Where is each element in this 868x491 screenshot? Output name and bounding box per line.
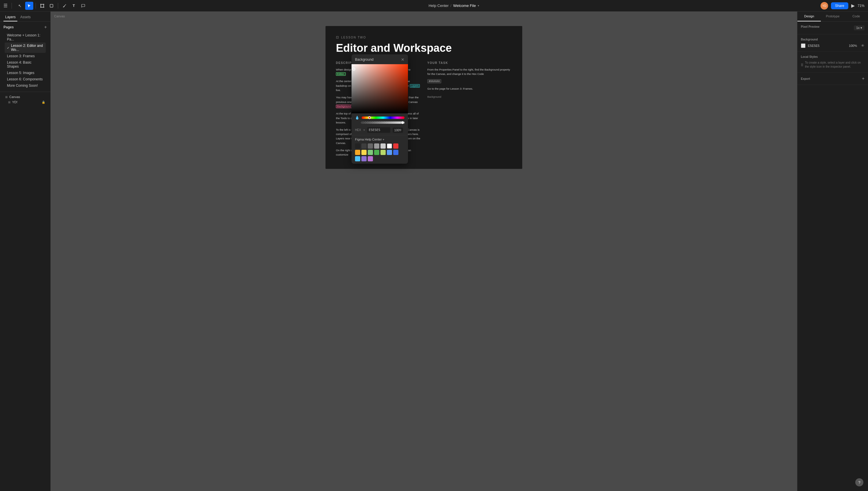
hex-row: HEX ▾ — [352, 126, 408, 135]
play-button[interactable]: ▶ — [851, 3, 855, 8]
opacity-slider[interactable] — [361, 121, 404, 124]
style-dots-icon: ⁞⁞ — [801, 62, 803, 67]
swatch-orange[interactable] — [355, 150, 360, 155]
page-item-2[interactable]: Lesson 3: Frames — [5, 53, 46, 59]
avatar: YD — [820, 2, 828, 9]
frame-tool[interactable] — [38, 2, 46, 10]
swatch-yellow[interactable] — [361, 150, 367, 155]
color-lib-header: Figma Help Center ▾ — [355, 138, 404, 141]
swatch-mid[interactable] — [374, 143, 379, 149]
swatch-blue[interactable] — [387, 150, 392, 155]
tool-group: ↖ T — [16, 2, 87, 10]
breadcrumb-parent[interactable]: Help Center — [428, 3, 448, 8]
hex-label[interactable]: HEX — [355, 128, 361, 132]
gradient-area[interactable] — [352, 64, 408, 113]
picker-close-button[interactable]: ✕ — [401, 57, 404, 62]
background-row: E5E5E5 100% 👁 — [801, 44, 865, 48]
canvas-layer[interactable]: ⊞ Canvas — [3, 94, 47, 99]
task-title: YOUR TASK — [427, 61, 512, 64]
page-item-4[interactable]: Lesson 5: Images — [5, 70, 46, 76]
swatch-light[interactable] — [381, 143, 386, 149]
zoom-level[interactable]: 71% — [858, 4, 865, 8]
pen-tool[interactable] — [60, 2, 68, 10]
color-picker-popup[interactable]: Background ✕ 💧 — [352, 54, 408, 164]
swatch-white[interactable] — [387, 143, 392, 149]
menu-icon[interactable]: ☰ — [3, 3, 7, 8]
right-panel-spacer — [797, 85, 868, 491]
hex-input[interactable] — [367, 127, 390, 133]
swatch-lightgreen[interactable] — [368, 150, 373, 155]
hue-slider-track[interactable] — [362, 117, 404, 119]
pages-section: Pages + Welcome + Lesson 1: Pa... ✓Lesso… — [0, 22, 50, 92]
comment-tool[interactable] — [79, 2, 87, 10]
text-tool[interactable]: T — [70, 2, 78, 10]
export-add-button[interactable]: + — [862, 76, 865, 81]
swatch-gray[interactable] — [368, 143, 373, 149]
canvas-label: Canvas — [54, 15, 65, 18]
tab-code[interactable]: Code — [845, 11, 868, 21]
yd-layer-label: YD! — [12, 100, 17, 104]
export-title: Export — [801, 77, 810, 80]
swatch-dark[interactable] — [361, 143, 367, 149]
tab-assets[interactable]: Assets — [19, 14, 32, 21]
swatch-purple[interactable] — [361, 156, 367, 161]
swatch-black[interactable] — [355, 143, 360, 149]
opacity-thumb[interactable] — [401, 121, 404, 124]
background-swatch[interactable] — [801, 44, 806, 48]
opacity-slider-wrap — [361, 121, 404, 124]
page-item-5[interactable]: Lesson 6: Components — [5, 76, 46, 82]
tool-separator-1 — [11, 3, 12, 9]
breadcrumb-sep: / — [450, 3, 452, 8]
color-library-name: Figma Help Center — [355, 138, 382, 141]
pixel-preview-section: Pixel Preview 1x ▾ — [797, 22, 868, 34]
topbar: ☰ ↖ T Help Center / Welcom — [0, 0, 868, 11]
share-button[interactable]: Share — [831, 2, 848, 9]
pixel-preview-value[interactable]: 1x ▾ — [854, 25, 865, 30]
main-area: Layers Assets Pages + Welcome + Lesson 1… — [0, 11, 868, 491]
add-page-button[interactable]: + — [44, 25, 47, 30]
color-lib-chevron-icon[interactable]: ▾ — [383, 138, 384, 141]
swatch-darkblue[interactable] — [393, 150, 398, 155]
eyedropper-icon[interactable]: 💧 — [355, 116, 359, 120]
page-item-6[interactable]: More Coming Soon! — [5, 82, 46, 89]
canvas-layer-label: Canvas — [9, 95, 20, 98]
file-chevron-icon[interactable]: ▾ — [478, 4, 479, 7]
right-panel-tabs: Design Prototype Code — [797, 11, 868, 22]
opacity-input[interactable] — [393, 127, 403, 133]
help-button[interactable]: ? — [855, 478, 863, 486]
local-styles-hint-row: ⁞⁞ To create a style, select a layer and… — [801, 61, 865, 69]
background-hex: E5E5E5 — [808, 44, 819, 48]
tool-separator-2 — [35, 3, 36, 9]
visibility-icon[interactable]: 👁 — [861, 44, 865, 48]
page-item-1[interactable]: ✓Lesson 2: Editor and Wo... — [5, 42, 46, 53]
select-tool[interactable]: ↖ — [16, 2, 24, 10]
hue-slider[interactable] — [362, 117, 404, 119]
background-opacity: 100% — [849, 44, 857, 48]
yd-layer[interactable]: ⊞ YD! 🔒 — [3, 99, 47, 105]
shape-tool[interactable] — [48, 2, 56, 10]
help-icon[interactable]: ? — [855, 478, 863, 486]
swatch-red[interactable] — [393, 143, 398, 149]
canvas-area[interactable]: Canvas ⊡ LESSON TWO Editor and Workspace… — [51, 11, 797, 491]
task-code: #AAAAAA — [427, 79, 512, 83]
move-tool[interactable] — [25, 2, 33, 10]
swatch-lime[interactable] — [381, 150, 386, 155]
lesson-label: ⊡ LESSON TWO — [336, 35, 512, 39]
picker-cursor[interactable] — [353, 68, 355, 70]
page-item-3[interactable]: Lesson 4: Basic Shapes — [5, 59, 46, 70]
lock-icon: 🔒 — [42, 100, 45, 104]
swatch-green[interactable] — [374, 150, 379, 155]
local-styles-section: Local Styles ⁞⁞ To create a style, selec… — [797, 52, 868, 73]
tab-design[interactable]: Design — [797, 11, 821, 21]
hex-chevron-icon[interactable]: ▾ — [363, 128, 365, 132]
tab-layers[interactable]: Layers — [3, 14, 17, 21]
left-panel-tabs: Layers Assets — [0, 11, 50, 22]
page-item-0[interactable]: Welcome + Lesson 1: Pa... — [5, 32, 46, 42]
export-section: Export + — [797, 73, 868, 85]
swatch-cyan[interactable] — [355, 156, 360, 161]
background-layer-label: Background — [427, 95, 512, 98]
file-name[interactable]: Welcome File — [453, 3, 476, 8]
color-library: Figma Help Center ▾ — [352, 135, 408, 164]
tab-prototype[interactable]: Prototype — [821, 11, 844, 21]
swatch-magenta[interactable] — [368, 156, 373, 161]
